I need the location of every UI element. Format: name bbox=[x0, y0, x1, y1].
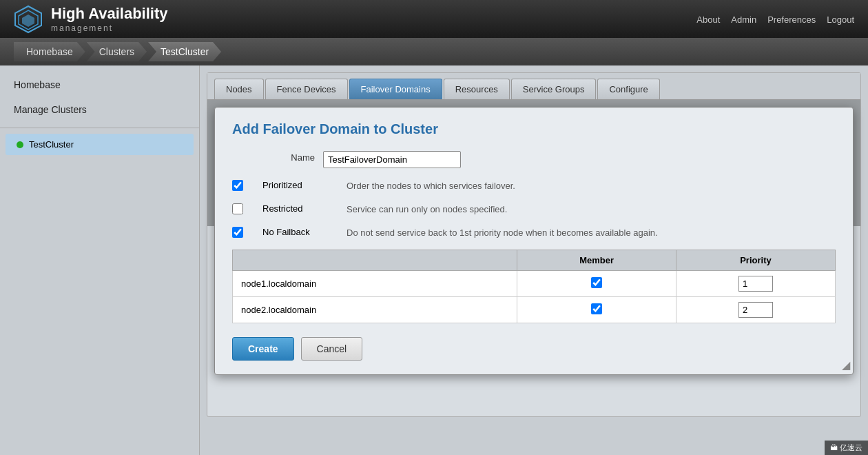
content-area: Nodes Fence Devices Failover Domains Res… bbox=[200, 65, 868, 455]
restricted-row: Restricted Service can run only on nodes… bbox=[232, 203, 836, 216]
main-layout: Homebase Manage Clusters TestCluster Nod… bbox=[0, 65, 868, 455]
no-failback-row: No Failback Do not send service back to … bbox=[232, 226, 836, 240]
no-failback-checkbox-col bbox=[232, 226, 254, 240]
app-title-main: High Availability bbox=[51, 5, 168, 23]
restricted-checkbox-col bbox=[232, 203, 254, 216]
sidebar-cluster-testcluster[interactable]: TestCluster bbox=[6, 134, 194, 155]
node2-priority-input[interactable] bbox=[738, 302, 773, 318]
breadcrumb-testcluster[interactable]: TestCluster bbox=[148, 42, 221, 61]
nav-logout[interactable]: Logout bbox=[827, 14, 854, 24]
tab-resources[interactable]: Resources bbox=[444, 79, 510, 99]
sidebar-item-manage-clusters[interactable]: Manage Clusters bbox=[0, 97, 199, 122]
watermark: 🏔 亿速云 bbox=[825, 441, 868, 455]
create-button[interactable]: Create bbox=[232, 337, 294, 361]
no-failback-checkbox[interactable] bbox=[232, 227, 243, 238]
tabs-bar: Nodes Fence Devices Failover Domains Res… bbox=[207, 73, 860, 100]
add-failover-domain-modal: Add Failover Domain to Cluster Name P bbox=[214, 107, 854, 375]
name-field-col bbox=[323, 151, 836, 168]
name-form-row: Name bbox=[232, 151, 836, 168]
prioritized-row: Prioritized Order the nodes to which ser… bbox=[232, 179, 836, 193]
sidebar-item-homebase[interactable]: Homebase bbox=[0, 72, 199, 97]
sidebar-divider bbox=[0, 128, 199, 128]
name-input[interactable] bbox=[323, 151, 461, 168]
cancel-button[interactable]: Cancel bbox=[301, 337, 363, 361]
tabs-panel: Nodes Fence Devices Failover Domains Res… bbox=[207, 72, 861, 417]
nav-about[interactable]: About bbox=[696, 14, 720, 24]
node-col-name bbox=[233, 250, 517, 271]
tab-nodes[interactable]: Nodes bbox=[214, 79, 264, 99]
node2-member-checkbox[interactable] bbox=[591, 303, 602, 314]
prioritized-label: Prioritized bbox=[262, 179, 338, 190]
nav-preferences[interactable]: Preferences bbox=[767, 14, 816, 24]
node2-name: node2.localdomain bbox=[233, 297, 517, 323]
breadcrumb-homebase[interactable]: Homebase bbox=[14, 42, 85, 61]
node1-priority bbox=[676, 271, 835, 297]
cluster-name: TestCluster bbox=[29, 139, 74, 150]
node1-priority-input[interactable] bbox=[738, 276, 773, 292]
node-table: Member Priority node1.localdomain bbox=[232, 250, 836, 323]
tab-service-groups[interactable]: Service Groups bbox=[511, 79, 597, 99]
prioritized-checkbox-col bbox=[232, 179, 254, 193]
node-col-member: Member bbox=[517, 250, 676, 271]
tab-failover-domains[interactable]: Failover Domains bbox=[349, 79, 442, 99]
top-nav: About Admin Preferences Logout bbox=[696, 14, 854, 24]
breadcrumb-clusters[interactable]: Clusters bbox=[87, 42, 147, 61]
table-row: node1.localdomain bbox=[233, 271, 836, 297]
no-failback-label: No Failback bbox=[262, 226, 338, 237]
app-title-sub: management bbox=[51, 23, 168, 33]
app-title: High Availability management bbox=[51, 5, 168, 32]
logo-icon bbox=[14, 5, 43, 34]
tab-configure[interactable]: Configure bbox=[597, 79, 659, 99]
name-label: Name bbox=[232, 151, 315, 163]
node1-member-checkbox[interactable] bbox=[591, 277, 602, 288]
restricted-desc: Service can run only on nodes specified. bbox=[347, 203, 836, 216]
node-col-priority: Priority bbox=[676, 250, 835, 271]
prioritized-desc: Order the nodes to which services failov… bbox=[347, 179, 836, 193]
resize-handle: ◢ bbox=[842, 358, 850, 372]
sidebar: Homebase Manage Clusters TestCluster bbox=[0, 65, 200, 455]
watermark-icon: 🏔 bbox=[830, 443, 838, 452]
header: High Availability management About Admin… bbox=[0, 0, 868, 38]
cluster-status-dot bbox=[17, 141, 23, 148]
node1-member bbox=[517, 271, 676, 297]
prioritized-checkbox[interactable] bbox=[232, 180, 243, 191]
breadcrumb-bar: Homebase Clusters TestCluster bbox=[0, 38, 868, 65]
modal-title: Add Failover Domain to Cluster bbox=[232, 121, 836, 137]
table-row: node2.localdomain bbox=[233, 297, 836, 323]
watermark-text: 亿速云 bbox=[840, 443, 862, 452]
restricted-label: Restricted bbox=[262, 203, 338, 214]
modal-buttons: Create Cancel bbox=[232, 337, 836, 361]
restricted-checkbox[interactable] bbox=[232, 203, 243, 214]
no-failback-desc: Do not send service back to 1st priority… bbox=[347, 226, 836, 240]
logo-area: High Availability management bbox=[14, 5, 168, 34]
tab-fence-devices[interactable]: Fence Devices bbox=[265, 79, 348, 99]
tab-content: Restricted Add Failover Domain to Cluste… bbox=[207, 100, 860, 226]
node2-priority bbox=[676, 297, 835, 323]
svg-marker-2 bbox=[22, 14, 34, 27]
nav-admin[interactable]: Admin bbox=[731, 14, 756, 24]
node1-name: node1.localdomain bbox=[233, 271, 517, 297]
node2-member bbox=[517, 297, 676, 323]
